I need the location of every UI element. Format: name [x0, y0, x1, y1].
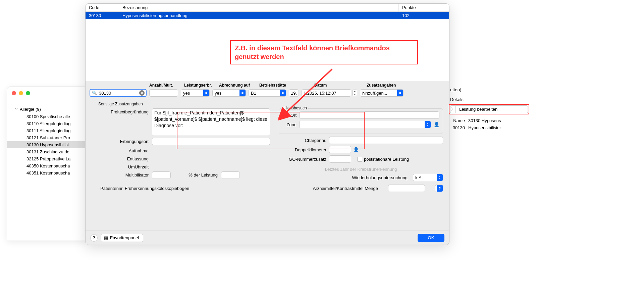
form-bar: Anzahl/Mult. Leistungserbr. Abrechnung a… [86, 81, 449, 100]
right-panel: etten) Details 〉 Leistung bearbeiten Nam… [449, 87, 529, 154]
table-row[interactable]: 30130 Hyposensibilisierungsbehandlung 10… [86, 12, 449, 19]
select-arrow-icon [397, 90, 403, 96]
close-window-icon[interactable] [12, 91, 16, 95]
tree-item[interactable]: 30121 Subkutaner Pro [7, 134, 87, 141]
abrechnung-select[interactable]: yes [212, 89, 246, 97]
label-patientennr-kolo: Patientennr. Früherkennungskoloskopiebog… [92, 186, 189, 191]
minimize-window-icon[interactable] [19, 91, 23, 95]
hausbesuch-fieldset: Hausbesuch Ort Zone 👤 [279, 108, 443, 134]
tree-item[interactable]: 30111 Allergologiediag [7, 127, 87, 134]
select-arrow-icon [437, 174, 443, 181]
select-arrow-icon [437, 185, 443, 192]
label-pct-leistung: % der Leistung [171, 171, 221, 178]
arzneimittel-input[interactable] [388, 185, 425, 192]
tree-item[interactable]: 40351 Kostenpauscha [7, 169, 87, 177]
label-wiederholung: Wiederholungsuntersuchung [279, 175, 410, 180]
select-arrow-icon [425, 121, 431, 128]
favoritenpanel-button[interactable]: ▦ Favoritenpanel [101, 234, 143, 242]
label-zone: Zone [282, 122, 297, 127]
freitext-textarea[interactable] [152, 108, 270, 136]
help-button[interactable]: ? [90, 234, 98, 242]
col-header-code[interactable]: Code [86, 4, 119, 11]
arzneimittel-unit-select[interactable] [435, 185, 443, 192]
label-abrechnung: Abrechnung auf [219, 83, 256, 88]
tree-item[interactable]: 30110 Allergologiediag [7, 120, 87, 127]
erbringungsort-input[interactable] [152, 138, 270, 145]
person-icon[interactable]: 👤 [353, 147, 359, 152]
label-chargennr: Chargennr. [279, 138, 329, 143]
clear-search-icon[interactable]: ✕ [139, 90, 145, 96]
category-tree: ﹀ Allergie (9) 30100 Spezifische alle301… [7, 99, 87, 177]
tree-item[interactable]: 30131 Zuschlag zu de [7, 148, 87, 155]
datum-input[interactable] [302, 89, 351, 97]
leistungserbr-select[interactable]: yes [181, 89, 210, 97]
tree-item[interactable]: 32125 Präoperative La [7, 155, 87, 162]
label-umuhrzeit: UmUhrzeit [92, 163, 152, 169]
value-desc: Hyposensibilisier [468, 125, 501, 130]
col-header-punkte[interactable]: Punkte [399, 4, 449, 11]
tree-item[interactable]: 40350 Kostenpauscha [7, 162, 87, 169]
select-arrow-icon [239, 90, 246, 96]
search-field-wrap: 🔍 ✕ [90, 89, 147, 97]
tree-item[interactable]: 30130 Hyposensibilisi [7, 141, 87, 148]
cell-bezeichnung: Hyposensibilisierungsbehandlung [119, 13, 399, 18]
label-erbringungsort: Erbringungsort [92, 138, 152, 144]
label-doppelkilometer: Doppelkilometer [279, 147, 329, 152]
go-nummerzusatz-input[interactable] [329, 155, 351, 163]
leistung-bearbeiten-label: Leistung bearbeiten [454, 107, 497, 112]
datum-day-input[interactable] [289, 89, 299, 97]
label-freitext: Freitextbegründung [92, 108, 152, 114]
dialog-bottom-bar: ? ▦ Favoritenpanel OK [86, 231, 449, 245]
leistung-bearbeiten-highlight: 〉 Leistung bearbeiten [449, 104, 529, 114]
tree-item[interactable]: 30100 Spezifische alle [7, 113, 87, 120]
search-input[interactable] [90, 89, 147, 97]
value-code: 30130 [449, 125, 465, 130]
form-bar-controls: 🔍 ✕ yes yes B1 ▲▼ hinzufügen... [90, 88, 445, 100]
label-multiplikator: Multiplikator [92, 171, 152, 178]
zusatzangaben-select[interactable]: hinzufügen... [360, 89, 404, 97]
dialog-window: Code Bezeichnung Punkte 30130 Hyposensib… [85, 3, 449, 245]
chargennr-input[interactable] [329, 137, 443, 144]
pct-leistung-input[interactable] [221, 171, 240, 179]
annotation-callout: Z.B. in diesem Textfeld können Briefkomm… [230, 40, 418, 64]
zoom-window-icon[interactable] [26, 91, 30, 95]
chevron-down-icon: ﹀ [15, 107, 18, 112]
label-datum: Datum [301, 83, 363, 88]
chevron-right-icon: 〉 [450, 105, 455, 113]
leistung-bearbeiten-button[interactable]: 〉 Leistung bearbeiten [450, 105, 528, 113]
anzahl-input[interactable] [149, 89, 178, 97]
tree-group-header[interactable]: ﹀ Allergie (9) [7, 105, 87, 113]
doppelkilometer-input[interactable] [329, 146, 351, 153]
label-aufnahme: Aufnahme [92, 147, 152, 153]
tree-group-label: Allergie (9) [20, 107, 41, 112]
search-icon: 🔍 [92, 91, 97, 95]
cell-punkte: 102 [399, 13, 449, 18]
zone-select[interactable] [299, 121, 431, 128]
label-zusatzangaben: Zusatzangaben [367, 83, 410, 88]
label-entlassung: Entlassung [92, 155, 152, 161]
ort-input[interactable] [299, 111, 439, 119]
betriebsstaette-select[interactable]: B1 [249, 89, 286, 97]
col-header-bezeichnung[interactable]: Bezeichnung [119, 4, 399, 11]
table-header: Code Bezeichnung Punkte [86, 4, 449, 12]
legend-hausbesuch: Hausbesuch [283, 106, 308, 110]
person-icon[interactable]: 👤 [434, 122, 439, 127]
wiederholung-select[interactable]: k.A. [413, 174, 443, 181]
label-ort: Ort [282, 113, 297, 118]
group-label-sonstige: Sonstige Zusatzangaben [92, 100, 443, 108]
poststationaer-checkbox[interactable] [357, 157, 362, 162]
label-krebsfrueherkennung: Letztes Jahr der Krebsfrüherkennung [279, 165, 443, 174]
label-betriebsstaette: Betriebsstätte [259, 83, 298, 88]
value-name: 30130 Hyposens [468, 118, 501, 123]
window-controls [7, 87, 87, 99]
datum-stepper[interactable]: ▲▼ [353, 90, 357, 96]
select-arrow-icon [203, 90, 209, 96]
cutoff-text-etten: etten) [449, 87, 529, 93]
label-go-nummerzusatz: GO-Nummerzusatz [279, 157, 329, 162]
select-arrow-icon [280, 90, 286, 96]
multiplikator-input[interactable] [152, 171, 171, 179]
ok-button[interactable]: OK [418, 234, 444, 242]
form-bar-labels: Anzahl/Mult. Leistungserbr. Abrechnung a… [90, 83, 445, 88]
label-arzneimittel: Arzneimittel/Kontrastmittel Menge [313, 186, 378, 191]
panel-icon: ▦ [104, 235, 108, 240]
